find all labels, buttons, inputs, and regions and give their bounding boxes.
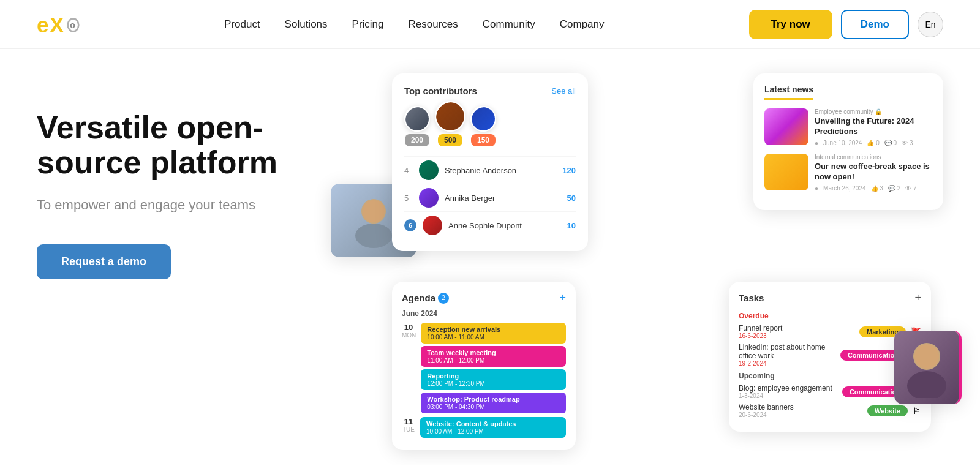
nav-product[interactable]: Product: [224, 18, 260, 31]
navbar: e X o Product Solutions Pricing Resource…: [0, 0, 980, 49]
news-tab-active[interactable]: Latest news: [764, 85, 813, 100]
rank-6-badge: 6: [404, 219, 417, 231]
event-reporting[interactable]: Reporting12:00 PM - 12:30 PM: [421, 369, 566, 390]
hero-section: Versatile open-source platform To empowe…: [0, 49, 980, 465]
hero-title: Versatile open-source platform: [37, 110, 318, 180]
contributor-row-5: 5 Annika Berger 50: [404, 184, 576, 211]
tasks-title: Tasks: [739, 293, 764, 303]
agenda-day-11: 11 TUE Website: Content & updates10:00 A…: [402, 417, 566, 438]
contributor-row-4: 4 Stephanie Anderson 120: [404, 156, 576, 184]
event-team-meeting[interactable]: Team weekly meeting11:00 AM - 12:00 PM: [421, 346, 566, 367]
nav-community[interactable]: Community: [483, 18, 535, 31]
flag-icon-4: 🏳: [913, 406, 921, 416]
language-button[interactable]: En: [918, 12, 943, 37]
try-now-button[interactable]: Try now: [749, 10, 832, 39]
nav-actions: Try now Demo En: [749, 10, 943, 39]
news-meta-1: Employee community 🔒: [815, 108, 932, 115]
see-all-link[interactable]: See all: [551, 86, 576, 96]
news-headline-1[interactable]: Unveiling the Future: 2024 Predictions: [815, 116, 932, 137]
svg-point-6: [363, 200, 385, 222]
news-item-1: Employee community 🔒 Unveiling the Futur…: [764, 108, 932, 146]
news-card: Latest news Employee community 🔒 Unveili…: [753, 73, 943, 210]
svg-point-5: [355, 224, 392, 248]
tasks-add-icon[interactable]: +: [914, 291, 921, 304]
news-item-2: Internal communications Our new coffee-b…: [764, 154, 932, 192]
badge-200: 200: [405, 134, 429, 146]
hero-subtitle: To empower and engage your teams: [37, 195, 318, 215]
nav-links: Product Solutions Pricing Resources Comm…: [224, 18, 605, 31]
profile-image-right: [894, 331, 959, 404]
hero-widgets: Top contributors See all 200 500: [331, 73, 943, 441]
svg-point-8: [907, 371, 946, 398]
badge-150: 150: [471, 134, 496, 146]
svg-text:o: o: [70, 20, 75, 30]
news-thumb-1: [764, 108, 809, 145]
svg-point-9: [914, 344, 939, 369]
badge-500: 500: [438, 134, 462, 146]
task-website-banners: Website banners 20-6-2024 Website 🏳: [739, 403, 921, 418]
logo[interactable]: e X o: [37, 12, 80, 37]
news-headline-2[interactable]: Our new coffee-break space is now open!: [815, 162, 932, 182]
profile-card-right: [894, 331, 962, 404]
contrib-avatar-5: [419, 188, 439, 208]
svg-text:e: e: [37, 13, 48, 37]
nav-solutions[interactable]: Solutions: [285, 18, 328, 31]
contrib-avatars: 200 500 150: [404, 106, 576, 146]
agenda-badge: 2: [438, 293, 449, 304]
agenda-day-10: 10 MON Reception new arrivals10:00 AM - …: [402, 323, 566, 413]
news-date-1: June 10, 2024: [823, 140, 862, 146]
demo-button[interactable]: Demo: [841, 10, 909, 39]
event-website[interactable]: Website: Content & updates10:00 AM - 12:…: [420, 417, 566, 438]
hero-text: Versatile open-source platform To empowe…: [37, 73, 318, 279]
event-workshop[interactable]: Workshop: Product roadmap03:00 PM - 04:3…: [421, 393, 566, 413]
contrib-avatar-4: [419, 160, 439, 180]
contributor-row-6: 6 Anne Sophie Dupont 10: [404, 211, 576, 239]
news-thumb-2: [764, 154, 809, 190]
news-stats-1: ● June 10, 2024 👍 0 💬 0 👁 3: [815, 140, 932, 146]
news-date-2: March 26, 2024: [823, 185, 866, 192]
nav-resources[interactable]: Resources: [409, 18, 458, 31]
contributors-card: Top contributors See all 200 500: [392, 73, 588, 251]
tag-website-1: Website: [867, 405, 908, 416]
event-reception[interactable]: Reception new arrivals10:00 AM - 11:00 A…: [421, 323, 566, 344]
contrib-avatar-6: [423, 216, 442, 235]
news-tab-bar: Latest news: [764, 85, 932, 100]
request-demo-button[interactable]: Request a demo: [37, 244, 171, 279]
nav-company[interactable]: Company: [560, 18, 605, 31]
agenda-add-icon[interactable]: +: [559, 291, 566, 304]
news-meta-2: Internal communications: [815, 154, 932, 160]
svg-text:X: X: [50, 13, 64, 37]
agenda-title: Agenda: [402, 293, 435, 303]
news-stats-2: ● March 26, 2024 👍 3 💬 2 👁 7: [815, 185, 932, 192]
agenda-month: June 2024: [402, 309, 566, 318]
overdue-label: Overdue: [739, 312, 921, 320]
nav-pricing[interactable]: Pricing: [352, 18, 384, 31]
contributors-title: Top contributors: [404, 86, 477, 96]
agenda-card: Agenda 2 + June 2024 10 MON Reception ne…: [392, 282, 576, 450]
